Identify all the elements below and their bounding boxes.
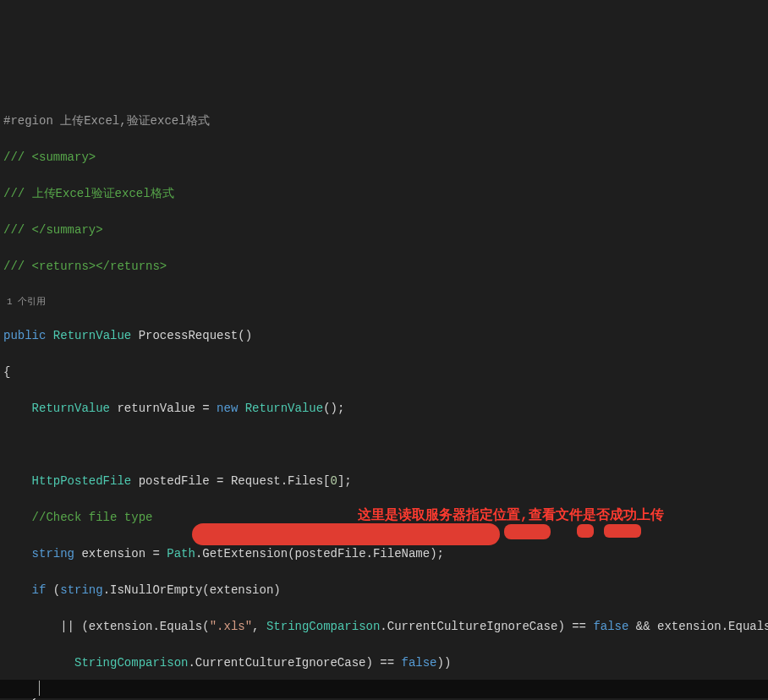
- code-line: /// <summary>: [3, 149, 768, 167]
- code-line: StringComparison.CurrentCultureIgnoreCas…: [3, 654, 768, 673]
- code-line: [3, 436, 768, 455]
- code-line: #region 上传Excel,验证excel格式: [3, 112, 768, 131]
- code-line: public ReturnValue ProcessRequest(): [3, 327, 768, 346]
- code-line: {: [3, 364, 768, 382]
- code-line: /// </summary>: [3, 221, 768, 240]
- text-cursor: [39, 681, 40, 696]
- redaction-mark: [192, 523, 500, 545]
- code-line: || (extension.Equals(".xls", StringCompa…: [3, 618, 768, 637]
- redaction-mark: [504, 524, 551, 539]
- code-line: /// 上传Excel验证excel格式: [3, 185, 768, 204]
- code-line: ReturnValue returnValue = new ReturnValu…: [3, 400, 768, 418]
- code-line: string extension = Path.GetExtension(pos…: [3, 545, 768, 564]
- redaction-mark: [604, 524, 641, 538]
- redaction-mark: [577, 524, 594, 538]
- code-line: /// <returns></returns>: [3, 258, 768, 276]
- code-editor[interactable]: #region 上传Excel,验证excel格式 /// <summary> …: [0, 73, 768, 700]
- codelens-references[interactable]: 1 个引用: [3, 294, 768, 309]
- code-line: if (string.IsNullOrEmpty(extension): [3, 582, 768, 600]
- code-line: HttpPostedFile postedFile = Request.File…: [3, 473, 768, 491]
